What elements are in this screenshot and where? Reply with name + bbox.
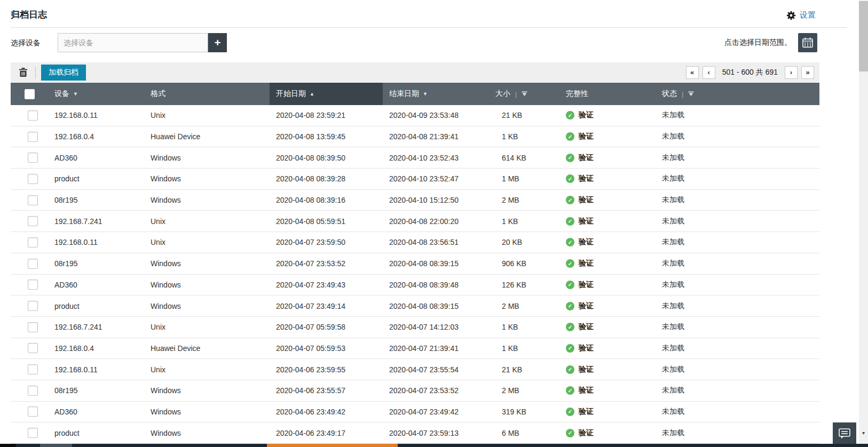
table-row[interactable]: product Windows 2020-04-07 23:49:14 2020… (11, 296, 819, 317)
row-checkbox[interactable] (28, 343, 38, 353)
integrity-cell: ✓ 验证 (559, 169, 656, 189)
verified-check-icon: ✓ (566, 238, 574, 246)
device-cell: product (48, 422, 144, 443)
table-row[interactable]: 192.168.0.4 Huawei Device 2020-04-08 13:… (11, 126, 819, 148)
row-checkbox[interactable] (28, 132, 38, 142)
table-row[interactable]: product Windows 2020-04-08 08:39:28 2020… (11, 169, 819, 190)
integrity-label: 验证 (579, 195, 594, 205)
size-cell: 2 MB (495, 296, 559, 316)
row-checkbox[interactable] (28, 322, 38, 332)
row-checkbox[interactable] (28, 301, 38, 311)
scrollbar-down-arrow-icon[interactable]: ▾ (859, 430, 868, 436)
table-row[interactable]: AD360 Windows 2020-04-07 23:49:43 2020-0… (11, 275, 819, 296)
row-checkbox[interactable] (28, 428, 38, 438)
next-page-button[interactable]: › (785, 66, 798, 79)
verified-check-icon: ✓ (566, 132, 574, 141)
row-checkbox[interactable] (28, 386, 38, 396)
integrity-cell: ✓ 验证 (559, 190, 656, 211)
start-date-cell: 2020-04-08 23:59:21 (270, 105, 383, 126)
table-row[interactable]: 192.168.0.11 Unix 2020-04-08 23:59:21 20… (11, 105, 819, 126)
row-checkbox[interactable] (28, 216, 38, 226)
page-title: 归档日志 (11, 9, 47, 21)
status-cell: 未加载 (656, 232, 819, 253)
row-select-cell (11, 359, 48, 380)
column-header-integrity[interactable]: 完整性 (559, 83, 656, 105)
row-checkbox[interactable] (28, 364, 38, 374)
integrity-cell: ✓ 验证 (559, 105, 656, 126)
integrity-cell: ✓ 验证 (559, 359, 656, 380)
column-header-format[interactable]: 格式 (144, 83, 270, 105)
prev-page-button[interactable]: ‹ (703, 66, 715, 79)
column-header-start-date[interactable]: 开始日期 ▲ (270, 83, 383, 105)
table-row[interactable]: 08r195 Windows 2020-04-08 08:39:16 2020-… (11, 190, 819, 211)
end-date-cell: 2020-04-09 23:53:48 (383, 105, 495, 126)
chat-bubble-icon (839, 428, 850, 439)
table-row[interactable]: 192.168.7.241 Unix 2020-04-08 05:59:51 2… (11, 211, 819, 232)
row-checkbox[interactable] (28, 237, 38, 248)
scrollbar-thumb[interactable] (859, 1, 868, 71)
table-body: 192.168.0.11 Unix 2020-04-08 23:59:21 20… (11, 105, 819, 444)
table-row[interactable]: 192.168.0.11 Unix 2020-04-07 23:59:50 20… (11, 232, 819, 253)
filter-icon[interactable] (522, 91, 527, 97)
size-cell: 6 MB (495, 422, 559, 443)
size-cell: 2 MB (495, 190, 559, 211)
trash-icon (19, 68, 27, 77)
taskbar-segment (0, 444, 16, 447)
column-label-device: 设备 (54, 89, 69, 99)
settings-button[interactable]: 设置 (786, 10, 816, 20)
device-select-input[interactable] (58, 33, 208, 52)
end-date-cell: 2020-04-08 21:39:41 (383, 126, 495, 147)
delete-button[interactable] (16, 66, 30, 79)
table-row[interactable]: product Windows 2020-04-06 23:49:17 2020… (11, 422, 819, 444)
status-cell: 未加载 (656, 275, 819, 296)
table-row[interactable]: AD360 Windows 2020-04-08 08:39:50 2020-0… (11, 147, 819, 169)
integrity-label: 验证 (579, 132, 594, 141)
format-cell: Windows (144, 422, 270, 443)
table-row[interactable]: 192.168.7.241 Unix 2020-04-07 05:59:58 2… (11, 317, 819, 338)
row-select-cell (11, 253, 48, 274)
vertical-scrollbar[interactable]: ▾ (859, 0, 868, 447)
integrity-cell: ✓ 验证 (559, 232, 656, 253)
column-header-status[interactable]: 状态 | (656, 83, 819, 105)
row-checkbox[interactable] (28, 280, 38, 290)
start-date-cell: 2020-04-08 05:59:51 (270, 211, 383, 232)
end-date-cell: 2020-04-07 23:55:54 (383, 359, 495, 380)
select-all-cell (11, 83, 48, 105)
select-all-checkbox[interactable] (25, 89, 35, 99)
row-checkbox[interactable] (28, 110, 38, 121)
row-checkbox[interactable] (28, 195, 38, 205)
integrity-label: 验证 (579, 237, 594, 247)
integrity-label: 验证 (579, 280, 594, 290)
sort-asc-icon: ▲ (310, 91, 314, 97)
row-select-cell (11, 380, 48, 401)
integrity-cell: ✓ 验证 (559, 275, 656, 296)
row-checkbox[interactable] (28, 174, 38, 184)
format-cell: Windows (144, 296, 270, 316)
table-row[interactable]: 08r195 Windows 2020-04-07 23:53:52 2020-… (11, 253, 819, 275)
size-cell: 906 KB (495, 253, 559, 274)
end-date-cell: 2020-04-10 23:52:47 (383, 169, 495, 189)
row-checkbox[interactable] (28, 259, 38, 269)
row-checkbox[interactable] (28, 406, 38, 417)
last-page-button[interactable]: » (801, 66, 814, 79)
end-date-cell: 2020-04-08 22:00:20 (383, 211, 495, 232)
load-archive-button[interactable]: 加载归档 (41, 65, 86, 81)
column-header-size[interactable]: 大小 | (495, 83, 559, 105)
table-row[interactable]: AD360 Windows 2020-04-06 23:49:42 2020-0… (11, 402, 819, 423)
table-row[interactable]: 192.168.0.11 Unix 2020-04-06 23:59:55 20… (11, 359, 819, 380)
size-cell: 1 KB (495, 126, 559, 147)
filter-icon[interactable] (688, 91, 694, 97)
integrity-cell: ✓ 验证 (559, 296, 656, 316)
start-date-cell: 2020-04-07 05:59:58 (270, 317, 383, 338)
table-row[interactable]: 08r195 Windows 2020-04-06 23:55:57 2020-… (11, 380, 819, 402)
row-select-cell (11, 169, 48, 189)
verified-check-icon: ✓ (566, 281, 574, 289)
feedback-button[interactable] (833, 422, 856, 444)
first-page-button[interactable]: « (686, 66, 699, 79)
column-header-end-date[interactable]: 结束日期 ▼ (383, 83, 495, 105)
calendar-button[interactable] (798, 33, 817, 52)
table-row[interactable]: 192.168.0.4 Huawei Device 2020-04-07 05:… (11, 338, 819, 360)
column-header-device[interactable]: 设备 ▼ (48, 83, 144, 105)
add-device-button[interactable]: + (208, 33, 227, 52)
row-checkbox[interactable] (28, 153, 38, 163)
